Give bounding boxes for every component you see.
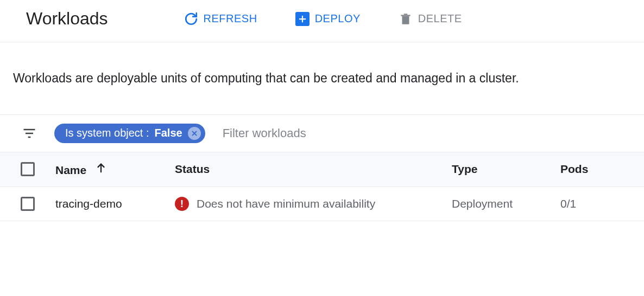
column-header-status[interactable]: Status bbox=[168, 152, 445, 186]
table-row[interactable]: tracing-demo ! Does not have minimum ava… bbox=[0, 186, 644, 221]
cell-type: Deployment bbox=[445, 186, 554, 221]
cell-name[interactable]: tracing-demo bbox=[49, 186, 168, 221]
refresh-label: REFRESH bbox=[204, 12, 257, 25]
deploy-plus-icon bbox=[295, 12, 310, 26]
sort-ascending-icon bbox=[95, 162, 107, 174]
deploy-button[interactable]: DEPLOY bbox=[295, 10, 361, 28]
column-header-pods[interactable]: Pods bbox=[554, 152, 644, 186]
row-checkbox[interactable] bbox=[21, 197, 35, 211]
column-header-type[interactable]: Type bbox=[445, 152, 554, 186]
cell-status: ! Does not have minimum availability bbox=[168, 186, 445, 221]
delete-label: DELETE bbox=[418, 12, 462, 25]
refresh-button[interactable]: REFRESH bbox=[184, 10, 257, 28]
table-header-row: Name Status Type Pods bbox=[0, 152, 644, 186]
name-header-label: Name bbox=[55, 164, 86, 176]
page-title: Workloads bbox=[26, 9, 108, 29]
refresh-icon bbox=[184, 12, 198, 26]
page-description: Workloads are deployable units of comput… bbox=[0, 42, 644, 115]
status-header-label: Status bbox=[175, 163, 210, 175]
filter-chip-value: False bbox=[155, 127, 182, 139]
filter-chip-key: Is system object : bbox=[65, 127, 149, 139]
deploy-label: DEPLOY bbox=[315, 12, 361, 25]
delete-button[interactable]: DELETE bbox=[399, 10, 462, 28]
error-icon: ! bbox=[175, 197, 189, 211]
cell-pods: 0/1 bbox=[554, 186, 644, 221]
filter-bar: Is system object : False bbox=[0, 115, 644, 152]
filter-chip[interactable]: Is system object : False bbox=[54, 124, 205, 143]
select-all-checkbox[interactable] bbox=[21, 162, 35, 176]
status-text: Does not have minimum availability bbox=[197, 197, 375, 210]
workloads-table: Name Status Type Pods bbox=[0, 152, 644, 221]
pods-header-label: Pods bbox=[560, 163, 588, 175]
type-header-label: Type bbox=[452, 163, 477, 175]
column-header-name[interactable]: Name bbox=[49, 152, 168, 186]
toolbar: REFRESH DEPLOY DELETE bbox=[184, 10, 462, 28]
filter-input[interactable] bbox=[223, 126, 622, 140]
chip-close-icon[interactable] bbox=[188, 127, 201, 140]
filter-icon[interactable] bbox=[22, 126, 37, 141]
trash-icon bbox=[399, 12, 413, 26]
